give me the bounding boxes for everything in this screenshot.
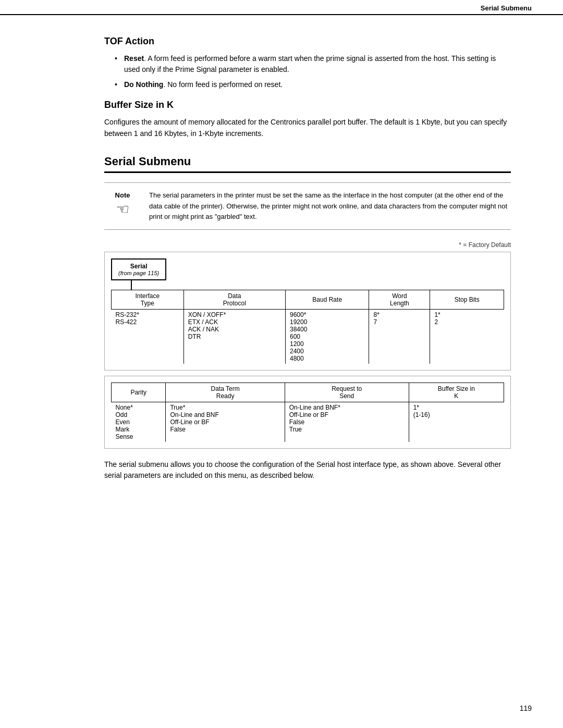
- col-header-interface-type: InterfaceType: [112, 290, 184, 309]
- serial-node: Serial (from page 115): [111, 258, 166, 280]
- data-protocol-values: XON / XOFF*ETX / ACKACK / NAKDTR: [183, 309, 285, 364]
- vertical-connector: [131, 280, 132, 290]
- serial-submenu-heading: Serial Submenu: [104, 155, 511, 172]
- note-text: The serial parameters in the printer mus…: [149, 190, 511, 221]
- tof-action-heading: TOF Action: [104, 36, 511, 47]
- col-header-parity: Parity: [112, 382, 166, 402]
- upper-menu-header-row: InterfaceType DataProtocol Baud Rate Wor…: [112, 290, 504, 309]
- upper-diagram: Serial (from page 115) InterfaceType Dat…: [104, 252, 511, 371]
- word-length-values: 8*7: [369, 309, 430, 364]
- header-bar: Serial Submenu: [0, 0, 563, 15]
- closing-paragraph: The serial submenu allows you to choose …: [104, 459, 511, 482]
- col-header-data-term-ready: Data TermReady: [166, 382, 285, 402]
- serial-label: Serial: [118, 263, 159, 270]
- upper-menu-table: InterfaceType DataProtocol Baud Rate Wor…: [111, 290, 504, 364]
- note-box: Note ☜ The serial parameters in the prin…: [104, 182, 511, 229]
- lower-diagram: Parity Data TermReady Request toSend Buf…: [104, 376, 511, 449]
- bullet-reset-term: Reset: [124, 54, 144, 63]
- page-container: Serial Submenu TOF Action Reset. A form …: [0, 0, 563, 728]
- interface-type-values: RS-232*RS-422: [112, 309, 184, 364]
- note-label-col: Note ☜: [104, 190, 141, 217]
- buffer-size-section: Buffer Size in K Configures the amount o…: [104, 100, 511, 139]
- bullet-donothing-text: . No form feed is performed on reset.: [163, 80, 283, 89]
- lower-menu-table: Parity Data TermReady Request toSend Buf…: [111, 382, 504, 442]
- lower-menu-header-row: Parity Data TermReady Request toSend Buf…: [112, 382, 504, 402]
- from-page: (from page 115): [118, 270, 159, 276]
- col-header-baud-rate: Baud Rate: [285, 290, 369, 309]
- buffer-size-heading: Buffer Size in K: [104, 100, 511, 110]
- request-to-send-values: On-Line and BNF*Off-Line or BFFalseTrue: [285, 402, 409, 442]
- bullet-reset-text: . A form feed is performed before a warm…: [124, 54, 496, 73]
- data-term-ready-values: True*On-Line and BNFOff-Line or BFFalse: [166, 402, 285, 442]
- col-header-buffer-size-k: Buffer Size inK: [409, 382, 504, 402]
- upper-menu-values-row: RS-232*RS-422 XON / XOFF*ETX / ACKACK / …: [112, 309, 504, 364]
- header-title: Serial Submenu: [481, 4, 532, 12]
- col-header-stop-bits: Stop Bits: [430, 290, 504, 309]
- hand-icon: ☜: [116, 202, 129, 217]
- col-header-data-protocol: DataProtocol: [183, 290, 285, 309]
- content-area: TOF Action Reset. A form feed is perform…: [0, 15, 563, 513]
- stop-bits-values: 1*2: [430, 309, 504, 364]
- page-number: 119: [520, 704, 532, 712]
- baud-rate-values: 9600*1920038400600120024004800: [285, 309, 369, 364]
- factory-default-note: * = Factory Default: [104, 241, 511, 249]
- col-header-request-to-send: Request toSend: [285, 382, 409, 402]
- bullet-reset: Reset. A form feed is performed before a…: [115, 53, 511, 75]
- tof-action-bullets: Reset. A form feed is performed before a…: [104, 53, 511, 90]
- lower-menu-values-row: None*OddEvenMarkSense True*On-Line and B…: [112, 402, 504, 442]
- parity-values: None*OddEvenMarkSense: [112, 402, 166, 442]
- divider-line: [104, 172, 511, 173]
- bullet-donothing: Do Nothing. No form feed is performed on…: [115, 79, 511, 90]
- bullet-donothing-term: Do Nothing: [124, 80, 163, 89]
- note-label: Note: [115, 191, 130, 199]
- tof-action-section: TOF Action Reset. A form feed is perform…: [104, 36, 511, 90]
- buffer-size-body: Configures the amount of memory allocate…: [104, 117, 511, 139]
- buffer-size-k-values: 1*(1-16): [409, 402, 504, 442]
- col-header-word-length: WordLength: [369, 290, 430, 309]
